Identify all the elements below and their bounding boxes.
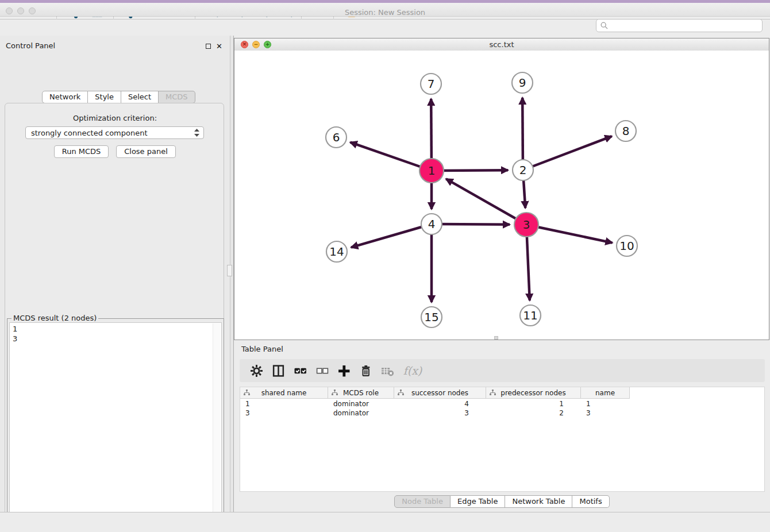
network-view-window: ✕ − + scc.txt 7968124314101511 <box>234 38 769 340</box>
graph-edge-2-8[interactable] <box>523 136 612 170</box>
optimization-criterion-label: Optimization criterion: <box>0 114 230 122</box>
node-table[interactable]: shared nameMCDS rolesuccessor nodesprede… <box>240 387 765 492</box>
graph-node-label-3: 3 <box>523 218 530 232</box>
mcds-result-group: MCDS result (2 nodes) 13 <box>7 318 224 532</box>
table-row-1[interactable]: 1dominator411 <box>240 399 630 408</box>
table-panel-title: Table Panel <box>241 345 283 353</box>
graph-edge-3-1[interactable] <box>446 179 526 225</box>
add-column-icon[interactable] <box>337 364 351 377</box>
unselect-all-columns-icon[interactable] <box>315 364 329 377</box>
control-panel-tabs: NetworkStyleSelectMCDS <box>42 91 195 103</box>
table-toolbar: f(x) <box>240 359 765 382</box>
cell-predecessor-nodes[interactable]: 1 <box>486 399 581 408</box>
criterion-value: strongly connected component <box>31 129 194 137</box>
tab-network[interactable]: Network <box>42 91 88 103</box>
close-panel-button[interactable]: Close panel <box>116 145 176 158</box>
canvas-resize-handle[interactable] <box>494 336 498 340</box>
mcds-result-legend: MCDS result (2 nodes) <box>11 314 98 322</box>
float-panel-icon[interactable] <box>206 44 211 49</box>
table-panel: Table Panel ✕ f(x) shared nameMCDS roles… <box>234 340 770 512</box>
graph-edge-1-6[interactable] <box>351 142 432 171</box>
close-panel-icon[interactable]: ✕ <box>216 43 222 49</box>
window-title: Session: New Session <box>0 8 770 17</box>
splitter-handle[interactable] <box>227 265 232 276</box>
column-panel-icon[interactable] <box>271 364 285 377</box>
mcds-result-textarea[interactable]: 13 <box>9 322 222 532</box>
control-panel-title: Control Panel <box>6 41 55 50</box>
search-icon <box>600 22 608 29</box>
criterion-select[interactable]: strongly connected component <box>25 126 204 139</box>
mcds-result-line: 3 <box>13 334 218 344</box>
network-view-title: scc.txt <box>234 40 769 49</box>
graph-node-label-10: 10 <box>619 239 634 253</box>
column-label: predecessor nodes <box>500 389 565 397</box>
application-window: Session: New Session Control Panel ✕ Net… <box>0 0 770 532</box>
column-label: successor nodes <box>411 389 468 397</box>
column-header-MCDS-role[interactable]: MCDS role <box>328 387 394 398</box>
column-label: name <box>595 389 615 397</box>
graph-node-label-2: 2 <box>519 163 527 177</box>
table-settings-icon[interactable] <box>249 364 263 377</box>
delete-column-icon[interactable] <box>359 364 372 377</box>
tab-style[interactable]: Style <box>88 91 121 103</box>
mcds-result-line: 1 <box>13 324 218 334</box>
column-label: MCDS role <box>343 389 379 397</box>
clear-table-icon <box>380 364 394 377</box>
mcds-result-lines: 13 <box>10 323 221 345</box>
graph-node-label-9: 9 <box>519 76 526 90</box>
tab-select[interactable]: Select <box>121 91 159 103</box>
tab-node-table[interactable]: Node Table <box>394 495 451 508</box>
window-titlebar: Session: New Session <box>0 3 770 17</box>
network-window-titlebar: ✕ − + scc.txt <box>234 38 769 51</box>
search-box[interactable] <box>596 19 763 32</box>
cell-MCDS-role[interactable]: dominator <box>328 408 394 418</box>
graph-node-label-7: 7 <box>428 77 435 91</box>
graph-edge-4-14[interactable] <box>351 224 432 248</box>
graph-node-label-15: 15 <box>424 310 438 324</box>
result-scrollbar[interactable] <box>213 323 221 532</box>
graph-node-label-1: 1 <box>428 164 436 178</box>
cell-name[interactable]: 1 <box>581 399 630 408</box>
network-canvas[interactable]: 7968124314101511 <box>234 51 769 340</box>
select-all-columns-icon[interactable] <box>293 364 307 377</box>
cell-successor-nodes[interactable]: 4 <box>394 399 486 408</box>
function-builder-icon: f(x) <box>402 364 423 377</box>
graph-canvas-svg: 7968124314101511 <box>234 51 769 340</box>
graph-edge-4-3[interactable] <box>432 224 510 225</box>
cell-name[interactable]: 3 <box>581 408 630 418</box>
tab-edge-table[interactable]: Edge Table <box>451 495 505 508</box>
run-mcds-button[interactable]: Run MCDS <box>54 145 109 158</box>
graph-edge-3-10[interactable] <box>526 225 613 243</box>
column-header-predecessor-nodes[interactable]: predecessor nodes <box>486 387 581 398</box>
graph-node-label-14: 14 <box>329 245 344 259</box>
table-header-row: shared nameMCDS rolesuccessor nodesprede… <box>240 387 630 399</box>
graph-node-label-4: 4 <box>428 217 436 231</box>
control-panel-window-buttons: ✕ <box>206 43 222 49</box>
search-input[interactable] <box>611 21 762 30</box>
tab-mcds[interactable]: MCDS <box>159 91 195 103</box>
cell-predecessor-nodes[interactable]: 2 <box>486 408 581 418</box>
column-header-name[interactable]: name <box>581 387 630 398</box>
column-header-shared-name[interactable]: shared name <box>240 387 328 398</box>
table-tabs: Node TableEdge TableNetwork TableMotifs <box>234 494 770 509</box>
tab-network-table[interactable]: Network Table <box>505 495 572 508</box>
status-bar: Memory <box>0 512 770 532</box>
graph-node-label-6: 6 <box>333 130 340 144</box>
cell-MCDS-role[interactable]: dominator <box>328 399 394 408</box>
cell-successor-nodes[interactable]: 3 <box>394 408 486 418</box>
chevron-up-down-icon <box>194 128 200 137</box>
control-panel: Control Panel ✕ NetworkStyleSelectMCDS O… <box>0 36 230 512</box>
table-row-2[interactable]: 3dominator323 <box>240 408 630 418</box>
column-header-successor-nodes[interactable]: successor nodes <box>394 387 486 398</box>
column-label: shared name <box>261 389 307 397</box>
graph-node-label-11: 11 <box>523 309 537 322</box>
cell-shared-name[interactable]: 3 <box>240 408 328 418</box>
graph-node-label-8: 8 <box>622 124 630 138</box>
cell-shared-name[interactable]: 1 <box>240 399 328 408</box>
tab-motifs[interactable]: Motifs <box>572 495 609 508</box>
